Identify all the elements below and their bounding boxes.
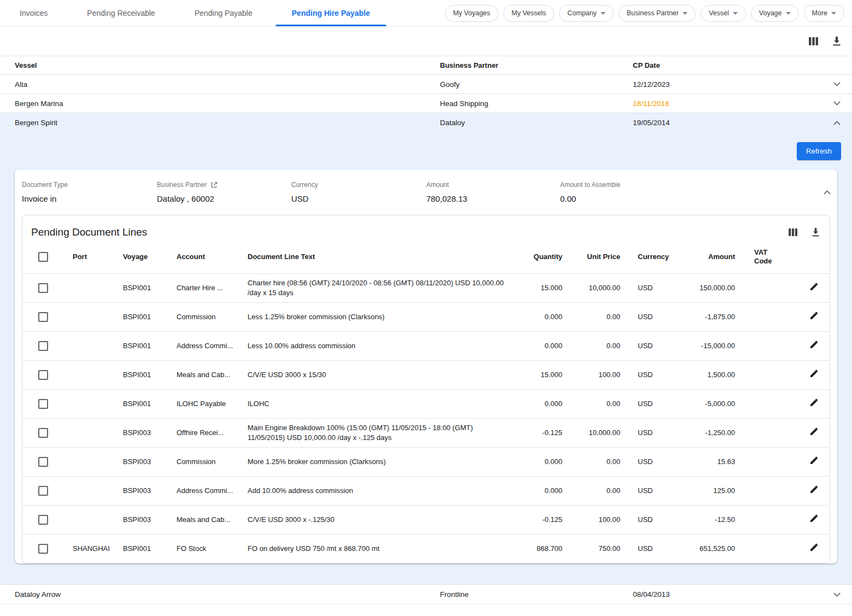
vessel-row-bergen-spirit[interactable]: Bergen Spirit Dataloy 19/05/2014 <box>0 113 852 132</box>
row-checkbox[interactable] <box>38 283 48 293</box>
line-unit-price: 750.00 <box>568 544 626 554</box>
line-quantity: -0.125 <box>511 428 568 438</box>
pencil-icon[interactable] <box>809 398 819 407</box>
document-type-value: Invoice in <box>22 194 157 203</box>
line-amount: 651,525.00 <box>664 544 748 554</box>
row-checkbox[interactable] <box>38 399 48 409</box>
line-account: FO Stock <box>168 544 239 554</box>
filter-bar: My Voyages My Vessels Company Business P… <box>445 5 844 22</box>
chevron-down-icon[interactable] <box>833 101 841 105</box>
tab-pending-receivable[interactable]: Pending Receivable <box>67 0 175 26</box>
line-account: Meals and Cab... <box>168 515 239 525</box>
pencil-icon[interactable] <box>809 456 819 465</box>
download-icon[interactable] <box>832 37 841 46</box>
document-summary: Document Type Invoice in Business Partne… <box>15 169 837 215</box>
row-checkbox[interactable] <box>38 457 48 467</box>
line-quantity: 868.700 <box>511 544 568 554</box>
column-settings-icon[interactable] <box>789 228 797 236</box>
pencil-icon[interactable] <box>809 340 819 349</box>
pencil-icon[interactable] <box>809 427 819 436</box>
line-currency: USD <box>626 370 664 380</box>
line-account: Address Commi... <box>168 486 239 496</box>
chevron-down-icon[interactable] <box>833 592 841 597</box>
col-account: Account <box>168 252 239 262</box>
filter-voyage[interactable]: Voyage <box>751 5 799 22</box>
line-text: Less 1.25% broker commission (Clarksons) <box>239 312 511 322</box>
line-voyage: BSPI001 <box>114 283 168 293</box>
line-text: More 1.25% broker commission (Clarksons) <box>239 457 511 467</box>
vessel-table-header: Vessel Business Partner CP Date <box>0 56 852 75</box>
row-checkbox[interactable] <box>38 428 48 438</box>
col-unit-price: Unit Price <box>568 253 626 261</box>
line-account: Commission <box>168 312 239 322</box>
row-checkbox[interactable] <box>38 544 48 554</box>
amount-to-assemble-value: 0.00 <box>560 194 809 203</box>
line-quantity: 0.000 <box>511 486 568 496</box>
chevron-down-icon[interactable] <box>833 82 841 86</box>
chevron-down-icon <box>786 12 791 15</box>
filter-company[interactable]: Company <box>559 5 614 22</box>
row-checkbox[interactable] <box>38 312 48 322</box>
filter-business-partner[interactable]: Business Partner <box>619 5 696 22</box>
document-line-row: SHANGHAI BSPI001 FO Stock FO on delivery… <box>22 534 830 563</box>
line-amount: -5,000.00 <box>664 399 748 409</box>
document-line-row: BSPI001 Commission Less 1.25% broker com… <box>22 302 830 331</box>
line-unit-price: 0.00 <box>568 341 626 351</box>
lines-table-body: BSPI001 Charter Hire ... Charter hire (0… <box>22 273 830 563</box>
line-currency: USD <box>626 457 664 467</box>
select-all-checkbox[interactable] <box>38 252 48 262</box>
tab-invoices[interactable]: Invoices <box>0 0 67 26</box>
pencil-icon[interactable] <box>809 514 819 523</box>
line-text: FO on delivery USD 750 /mt x 868.700 mt <box>239 544 511 554</box>
line-quantity: 0.000 <box>511 399 568 409</box>
line-text: Charter hire (08:56 (GMT) 24/10/2020 - 0… <box>239 278 511 298</box>
vessel-row-dataloy-arrow[interactable]: Dataloy Arrow Frontline 08/04/2013 <box>0 584 852 605</box>
line-text: Less 10.00% address commission <box>239 341 511 351</box>
document-line-row: BSPI001 Address Commi... Less 10.00% add… <box>22 331 830 360</box>
pencil-icon[interactable] <box>809 485 819 494</box>
business-partner-name: Goofy <box>425 80 618 89</box>
row-checkbox[interactable] <box>38 370 48 380</box>
filter-my-voyages[interactable]: My Voyages <box>445 5 498 22</box>
filter-more[interactable]: More <box>804 5 844 22</box>
line-account: Address Commi... <box>168 341 239 351</box>
line-voyage: BSPI001 <box>114 341 168 351</box>
pencil-icon[interactable] <box>809 282 819 291</box>
tab-pending-hire-payable[interactable]: Pending Hire Payable <box>272 0 390 26</box>
line-text: Add 10.00% address commission <box>239 486 511 496</box>
chevron-up-icon[interactable] <box>833 121 841 125</box>
chevron-up-icon[interactable] <box>824 190 831 195</box>
filter-my-vessels[interactable]: My Vessels <box>503 5 554 22</box>
download-icon[interactable] <box>812 228 820 237</box>
row-checkbox[interactable] <box>38 486 48 496</box>
line-amount: 15.63 <box>664 457 748 467</box>
line-unit-price: 0.00 <box>568 399 626 409</box>
filter-label: Company <box>567 9 597 17</box>
filter-label: My Vessels <box>512 9 546 17</box>
filter-label: My Voyages <box>453 9 490 17</box>
open-in-new-icon[interactable] <box>210 181 218 189</box>
refresh-button[interactable]: Refresh <box>797 142 841 160</box>
column-settings-icon[interactable] <box>809 37 818 45</box>
vessel-row-bergen-marina[interactable]: Bergen Marina Head Shipping 18/11/2018 <box>0 94 852 113</box>
tab-pending-payable[interactable]: Pending Payable <box>175 0 272 26</box>
line-unit-price: 0.00 <box>568 457 626 467</box>
line-text: Main Engine Breakdown 100% (15:00 (GMT) … <box>239 423 511 443</box>
document-line-row: BSPI003 Address Commi... Add 10.00% addr… <box>22 476 830 505</box>
row-checkbox[interactable] <box>38 341 48 351</box>
business-partner-label: Business Partner <box>157 181 207 189</box>
pencil-icon[interactable] <box>809 369 819 378</box>
expanded-panel: Refresh Document Type Invoice in Busines… <box>0 132 852 584</box>
row-checkbox[interactable] <box>38 515 48 525</box>
col-amount: Amount <box>664 252 748 262</box>
line-quantity: 0.000 <box>511 341 568 351</box>
line-currency: USD <box>626 312 664 322</box>
col-vat-code: VAT Code <box>748 248 798 266</box>
tab-nav: Invoices Pending Receivable Pending Paya… <box>0 0 390 26</box>
pencil-icon[interactable] <box>809 311 819 320</box>
pencil-icon[interactable] <box>809 543 819 552</box>
line-account: Offhire Recei... <box>168 428 239 438</box>
vessel-row-alta[interactable]: Alta Goofy 12/12/2023 <box>0 75 852 94</box>
document-line-row: BSPI001 ILOHC Payable ILOHC 0.000 0.00 U… <box>22 389 830 418</box>
filter-vessel[interactable]: Vessel <box>701 5 746 22</box>
